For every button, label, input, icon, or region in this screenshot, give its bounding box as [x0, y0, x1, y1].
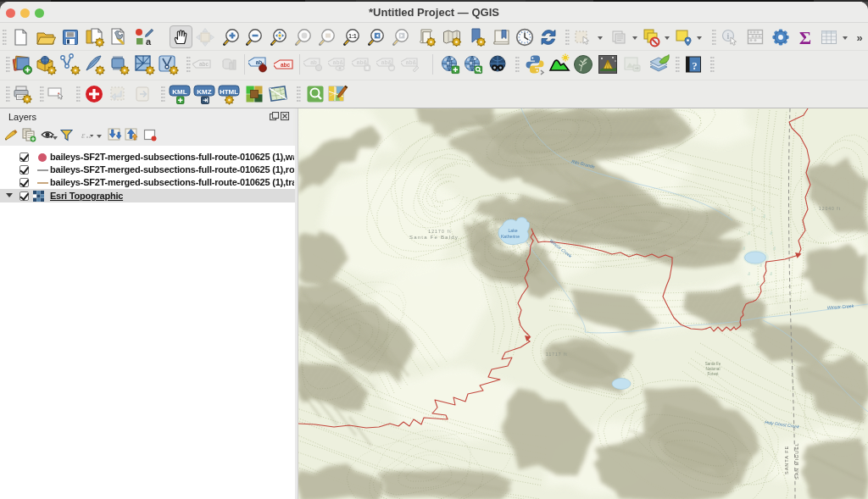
svg-text:ab&: ab&	[357, 59, 368, 65]
svg-text:11717 ft: 11717 ft	[546, 352, 568, 357]
svg-text:ab&: ab&	[381, 59, 392, 65]
svg-text:Katherine: Katherine	[501, 234, 520, 239]
svg-text:HTML: HTML	[220, 88, 238, 96]
svg-text:SANTA FE: SANTA FE	[784, 446, 789, 474]
svg-text:National: National	[706, 367, 721, 371]
svg-text:1:1: 1:1	[348, 33, 357, 39]
svg-text:KMZ: KMZ	[197, 88, 211, 96]
svg-text:12170 ft: 12170 ft	[428, 229, 452, 234]
svg-text:ab: ab	[310, 59, 317, 65]
svg-text:ab: ab	[256, 59, 263, 65]
svg-text:abc: abc	[199, 61, 209, 67]
svg-text:?: ?	[692, 59, 698, 72]
svg-text:Forest: Forest	[707, 372, 719, 376]
svg-text:Santa Fe Baldy: Santa Fe Baldy	[409, 235, 459, 240]
svg-text:»: »	[856, 31, 862, 44]
svg-text:Σ: Σ	[799, 27, 811, 47]
svg-text:SAN MIGUEL: SAN MIGUEL	[794, 442, 799, 480]
svg-text:i: i	[727, 31, 730, 41]
svg-text:KML: KML	[172, 88, 186, 96]
svg-text:12040 ft: 12040 ft	[819, 206, 841, 211]
svg-text:abc: abc	[281, 62, 291, 68]
svg-text:ab&: ab&	[333, 59, 344, 65]
svg-text:Lake: Lake	[508, 228, 517, 233]
svg-text:Santa Fe: Santa Fe	[705, 362, 721, 366]
svg-text:a: a	[146, 36, 152, 47]
svg-text:ab&: ab&	[406, 59, 417, 65]
svg-text:ε: ε	[81, 130, 86, 140]
